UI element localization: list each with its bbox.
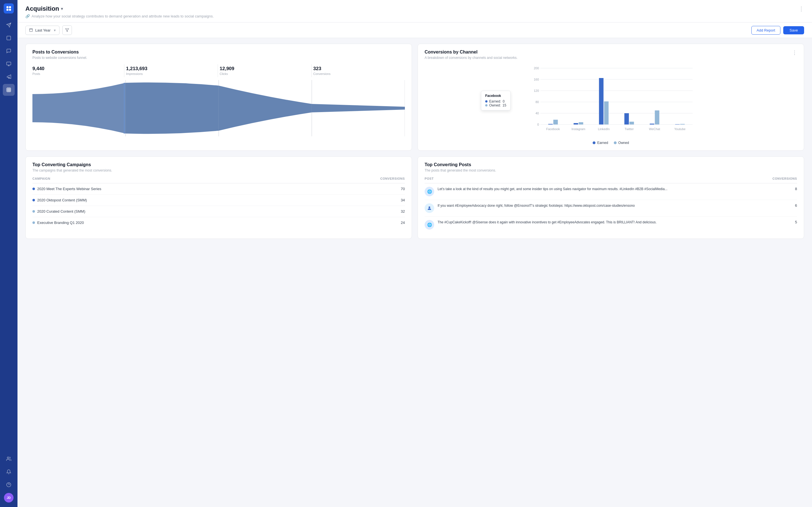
top-posts-card: Top Converting Posts The posts that gene… bbox=[417, 156, 804, 239]
campaign-dot-0 bbox=[33, 187, 35, 190]
svg-rect-42 bbox=[574, 123, 578, 124]
svg-text:120: 120 bbox=[534, 89, 539, 93]
legend-earned-dot bbox=[593, 142, 596, 144]
bottom-cards-row: Top Converting Campaigns The campaigns t… bbox=[26, 156, 804, 239]
svg-rect-46 bbox=[624, 113, 629, 124]
funnel-stats: 9,440 Posts 1,213,693 Impressions 12,909… bbox=[33, 64, 405, 77]
svg-rect-44 bbox=[599, 78, 604, 124]
funnel-svg bbox=[33, 80, 405, 136]
svg-text:Instagram: Instagram bbox=[571, 127, 585, 131]
svg-rect-50 bbox=[675, 124, 680, 124]
page-title: Acquisition bbox=[26, 5, 59, 12]
sidebar-item-monitor[interactable] bbox=[3, 58, 15, 70]
svg-rect-3 bbox=[9, 9, 11, 11]
channel-card-menu[interactable]: ⋮ bbox=[792, 50, 797, 56]
header-subtitle: 🔗 Analyze how your social strategy contr… bbox=[26, 14, 804, 18]
toolbar: Last Year ▾ Add Report Save bbox=[17, 22, 812, 38]
svg-rect-49 bbox=[655, 110, 659, 124]
post-avatar-1 bbox=[424, 203, 434, 213]
channel-card-titles: Conversions by Channel A breakdown of co… bbox=[424, 50, 518, 64]
post-row-1: If you want #EmployeeAdvocacy done right… bbox=[424, 200, 797, 217]
sidebar-logo[interactable] bbox=[4, 3, 14, 13]
campaign-dot-1 bbox=[33, 199, 35, 202]
posts-table-header: POST CONVERSIONS bbox=[424, 177, 797, 183]
svg-rect-7 bbox=[7, 62, 11, 65]
content-area: Posts to Conversions Posts to website co… bbox=[17, 38, 812, 507]
svg-rect-45 bbox=[604, 101, 609, 124]
sidebar-item-megaphone[interactable] bbox=[3, 71, 15, 83]
sidebar-item-bell[interactable] bbox=[3, 466, 15, 478]
svg-text:160: 160 bbox=[534, 78, 539, 81]
svg-rect-6 bbox=[7, 36, 11, 40]
sidebar-item-layers[interactable] bbox=[3, 32, 15, 44]
campaign-dot-2 bbox=[33, 210, 35, 213]
stat-clicks: 12,909 Clicks bbox=[218, 64, 311, 77]
svg-text:Twitter: Twitter bbox=[624, 127, 634, 131]
chart-legend: Earned Owned bbox=[424, 141, 797, 145]
legend-owned: Owned bbox=[614, 141, 629, 145]
sidebar-item-chart[interactable] bbox=[3, 84, 15, 96]
campaign-row-1: 2020 Oktopost Content (SMM) 34 bbox=[33, 194, 405, 206]
legend-earned: Earned bbox=[593, 141, 608, 145]
campaign-row-3: Executive Branding Q1 2020 24 bbox=[33, 217, 405, 228]
posts-to-conversions-card: Posts to Conversions Posts to website co… bbox=[26, 44, 412, 151]
svg-rect-41 bbox=[553, 120, 558, 124]
subtitle-icon: 🔗 bbox=[26, 14, 30, 18]
svg-text:Facebook: Facebook bbox=[546, 127, 560, 131]
legend-owned-dot bbox=[614, 142, 617, 144]
campaign-row-2: 2020 Curated Content (SMM) 32 bbox=[33, 206, 405, 217]
bar-chart-svg: 200 160 120 80 40 0 bbox=[424, 65, 797, 136]
calendar-icon bbox=[29, 28, 33, 33]
bar-chart-container: 200 160 120 80 40 0 bbox=[424, 65, 797, 138]
svg-rect-47 bbox=[629, 122, 634, 124]
svg-text:40: 40 bbox=[536, 112, 539, 115]
posts-to-conversions-subtitle: Posts to website conversions funnel. bbox=[33, 56, 405, 60]
svg-rect-48 bbox=[650, 124, 654, 124]
sidebar-avatar[interactable]: JD bbox=[3, 492, 15, 504]
svg-text:Youtube: Youtube bbox=[674, 127, 686, 131]
filter-button[interactable] bbox=[62, 25, 72, 35]
date-label: Last Year bbox=[35, 28, 50, 33]
svg-text:0: 0 bbox=[537, 123, 539, 126]
date-picker[interactable]: Last Year ▾ bbox=[26, 25, 59, 35]
sidebar-bottom: JD bbox=[3, 453, 15, 504]
sidebar-item-help[interactable] bbox=[3, 479, 15, 491]
svg-text:WeChat: WeChat bbox=[649, 127, 660, 131]
top-campaigns-card: Top Converting Campaigns The campaigns t… bbox=[26, 156, 412, 239]
main-content: Acquisition ▾ ⋮ 🔗 Analyze how your socia… bbox=[17, 0, 812, 507]
date-chevron-icon: ▾ bbox=[54, 28, 56, 33]
stat-conversions: 323 Conversions bbox=[311, 64, 405, 77]
post-avatar-0: 🌐 bbox=[424, 187, 434, 196]
sidebar-item-users[interactable] bbox=[3, 453, 15, 465]
svg-text:80: 80 bbox=[536, 100, 539, 104]
svg-rect-2 bbox=[6, 9, 8, 11]
post-avatar-2: 🌐 bbox=[424, 220, 434, 230]
top-cards-row: Posts to Conversions Posts to website co… bbox=[26, 44, 804, 151]
svg-point-58 bbox=[428, 207, 430, 208]
stat-impressions: 1,213,693 Impressions bbox=[124, 64, 218, 77]
svg-text:LinkedIn: LinkedIn bbox=[598, 127, 610, 131]
page-title-row: Acquisition ▾ bbox=[26, 5, 63, 12]
svg-text:200: 200 bbox=[534, 66, 539, 70]
conversions-by-channel-card: Conversions by Channel A breakdown of co… bbox=[417, 44, 804, 151]
svg-rect-40 bbox=[548, 124, 553, 124]
funnel-chart bbox=[33, 80, 405, 136]
posts-to-conversions-title: Posts to Conversions bbox=[33, 50, 405, 55]
header-menu-icon[interactable]: ⋮ bbox=[799, 5, 804, 12]
stat-posts: 9,440 Posts bbox=[33, 64, 124, 77]
svg-rect-43 bbox=[579, 122, 583, 124]
post-row-0: 🌐 Let's take a look at the kind of resul… bbox=[424, 183, 797, 200]
campaign-row-0: 2020 Meet The Experts Webinar Series 70 bbox=[33, 183, 405, 194]
svg-rect-1 bbox=[9, 6, 11, 8]
svg-rect-18 bbox=[30, 29, 33, 32]
svg-rect-0 bbox=[6, 6, 8, 8]
title-chevron-icon[interactable]: ▾ bbox=[61, 6, 63, 11]
sidebar-item-chat[interactable] bbox=[3, 45, 15, 57]
sidebar-item-send[interactable] bbox=[3, 19, 15, 31]
svg-rect-10 bbox=[7, 88, 11, 92]
sidebar: JD bbox=[0, 0, 17, 507]
svg-marker-22 bbox=[65, 29, 69, 32]
save-button[interactable]: Save bbox=[783, 26, 804, 34]
add-report-button[interactable]: Add Report bbox=[751, 26, 781, 35]
post-row-2: 🌐 The #CupCakeKickoff! @Sisense does it … bbox=[424, 217, 797, 233]
